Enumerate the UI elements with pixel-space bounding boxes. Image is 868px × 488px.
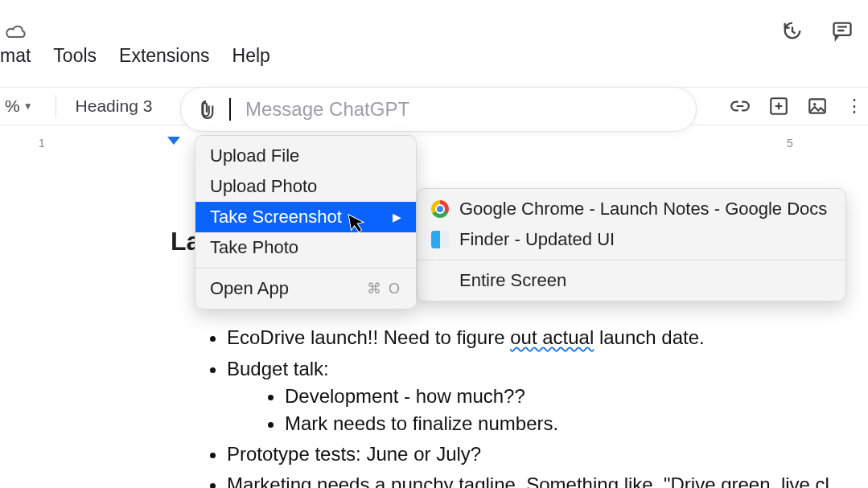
zoom-dropdown[interactable]: % ▼ — [5, 96, 47, 116]
menubar: mat Tools Extensions Help — [0, 45, 270, 67]
separator — [418, 260, 845, 260]
ruler: 1 5 — [0, 135, 868, 153]
submenu-entire-screen[interactable]: Entire Screen — [418, 265, 845, 296]
menu-extensions[interactable]: Extensions — [119, 45, 210, 67]
menu-format[interactable]: mat — [0, 45, 31, 67]
list-item[interactable]: Budget talk: Development - how much?? Ma… — [227, 354, 868, 439]
shortcut-label: ⌘ O — [367, 280, 401, 297]
ruler-tick: 1 — [39, 137, 45, 150]
paragraph-style-dropdown[interactable]: Heading 3 — [64, 96, 156, 116]
screenshot-submenu: Google Chrome - Launch Notes - Google Do… — [417, 188, 846, 301]
list-item[interactable]: Prototype tests: June or July? — [227, 439, 868, 470]
add-comment-icon[interactable] — [768, 96, 789, 117]
chevron-right-icon: ▶ — [393, 211, 401, 223]
menu-upload-file[interactable]: Upload File — [195, 141, 416, 171]
list-item[interactable]: Mark needs to finalize numbers. — [285, 410, 868, 437]
comments-icon[interactable] — [831, 19, 854, 42]
submenu-finder[interactable]: Finder - Updated UI — [418, 224, 845, 255]
chatgpt-input[interactable]: Message ChatGPT — [180, 87, 697, 132]
mouse-cursor-icon — [348, 211, 367, 234]
list-item[interactable]: Development - how much?? — [285, 383, 868, 410]
grammar-underline[interactable]: out actual — [510, 326, 594, 348]
menu-take-photo[interactable]: Take Photo — [195, 232, 416, 263]
more-icon[interactable]: ⋮ — [845, 96, 862, 117]
ruler-tick: 5 — [787, 137, 793, 150]
separator — [195, 268, 416, 269]
svg-point-3 — [813, 103, 816, 105]
menu-tools[interactable]: Tools — [53, 45, 97, 67]
svg-rect-0 — [834, 23, 851, 35]
indent-marker-icon[interactable] — [167, 137, 180, 145]
list-item[interactable]: EcoDrive launch!! Need to figure out act… — [227, 322, 868, 353]
history-icon[interactable] — [781, 19, 804, 42]
submenu-chrome[interactable]: Google Chrome - Launch Notes - Google Do… — [418, 194, 845, 224]
insert-link-icon[interactable] — [730, 96, 751, 117]
menu-help[interactable]: Help — [232, 45, 270, 67]
list-item[interactable]: Marketing needs a punchy tagline. Someth… — [227, 470, 868, 488]
menu-open-app[interactable]: Open App ⌘ O — [195, 273, 416, 304]
chat-placeholder: Message ChatGPT — [245, 98, 409, 121]
chrome-icon — [430, 199, 450, 219]
menu-take-screenshot[interactable]: Take Screenshot ▶ — [195, 202, 416, 232]
chevron-down-icon: ▼ — [23, 100, 33, 112]
attachment-menu: Upload File Upload Photo Take Screenshot… — [195, 135, 417, 310]
separator — [56, 95, 56, 117]
text-cursor — [229, 98, 231, 121]
finder-icon — [430, 230, 450, 249]
cloud-saved-icon — [5, 24, 27, 40]
paperclip-icon[interactable] — [197, 98, 215, 121]
menu-upload-photo[interactable]: Upload Photo — [195, 171, 416, 202]
insert-image-icon[interactable] — [807, 96, 828, 117]
